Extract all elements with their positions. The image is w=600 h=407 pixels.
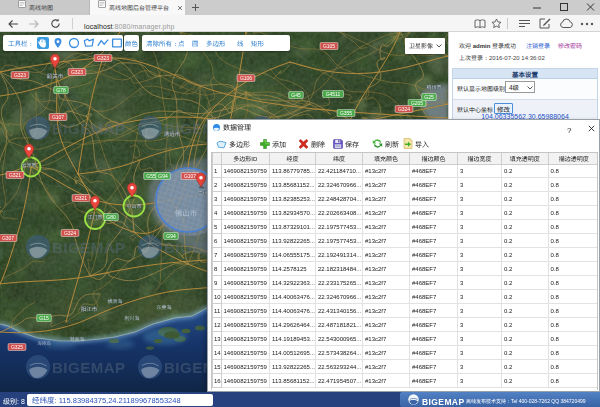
svg-text:清远市: 清远市	[164, 130, 181, 138]
svg-text:江门市: 江门市	[87, 213, 102, 220]
svg-text:G94: G94	[158, 173, 168, 179]
svg-text:海陵岛: 海陵岛	[37, 340, 51, 346]
svg-text:G105: G105	[323, 43, 335, 49]
svg-text:G307: G307	[2, 235, 14, 241]
svg-text:G321: G321	[75, 195, 87, 201]
svg-text:G55: G55	[146, 173, 156, 179]
svg-text:G106: G106	[240, 75, 252, 81]
svg-text:G355: G355	[340, 110, 352, 116]
svg-text:G323: G323	[71, 69, 83, 75]
svg-text:云浮市: 云浮市	[21, 161, 36, 168]
svg-text:G325: G325	[11, 344, 23, 350]
svg-text:BIGEMAP: BIGEMAP	[52, 239, 126, 256]
svg-text:港奥海: 港奥海	[69, 335, 84, 342]
svg-text:BIGEMAP: BIGEMAP	[52, 359, 126, 376]
svg-text:G324: G324	[64, 230, 76, 236]
svg-text:G4511: G4511	[326, 91, 341, 97]
svg-text:佛山市: 佛山市	[175, 207, 198, 218]
svg-text:G78: G78	[56, 87, 66, 93]
svg-text:G323: G323	[14, 72, 26, 78]
svg-text:横洲海: 横洲海	[107, 297, 122, 304]
svg-text:G80: G80	[106, 214, 116, 220]
svg-text:中山市: 中山市	[126, 202, 141, 209]
svg-text:东莞海: 东莞海	[156, 303, 171, 310]
svg-text:G205: G205	[411, 100, 423, 106]
svg-text:G94: G94	[166, 233, 176, 239]
svg-text:G321: G321	[9, 172, 21, 178]
svg-text:G15: G15	[39, 315, 49, 321]
svg-text:BIGEMAP: BIGEMAP	[52, 120, 126, 137]
svg-text:G107: G107	[184, 173, 196, 179]
svg-text:G323: G323	[97, 55, 109, 61]
svg-text:G107: G107	[52, 114, 64, 120]
svg-text:G25: G25	[424, 94, 434, 100]
svg-text:G45: G45	[291, 92, 301, 98]
svg-text:韶关市: 韶关市	[47, 72, 64, 80]
svg-text:阳江市: 阳江市	[81, 305, 98, 313]
svg-text:梅州市: 梅州市	[426, 83, 441, 90]
svg-text:利兴海: 利兴海	[124, 314, 139, 321]
svg-text:G324: G324	[398, 106, 410, 112]
